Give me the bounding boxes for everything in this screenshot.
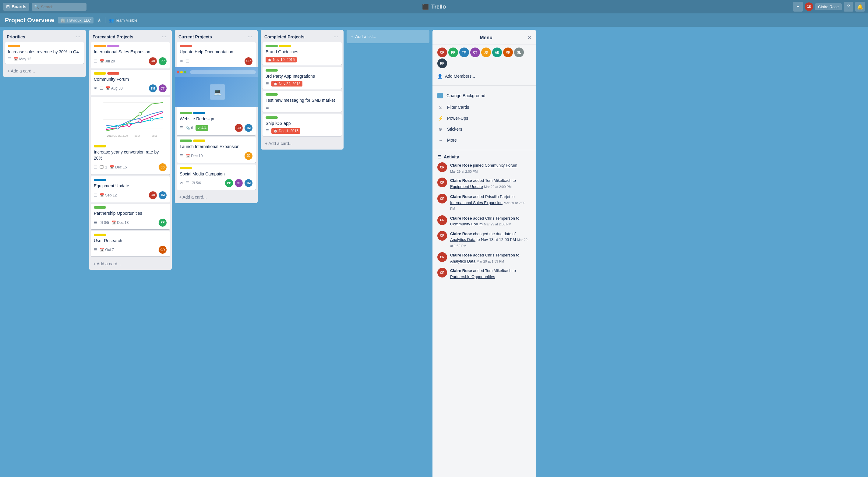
list-current-menu-button[interactable]: ···: [246, 33, 254, 40]
card-equipment-update[interactable]: Equipment Update ☰ 📅 Sep 12 CR TM: [91, 176, 170, 202]
member-avatar-7[interactable]: MK: [503, 48, 513, 57]
plus-icon: +: [797, 4, 799, 9]
list-current-title: Current Projects: [179, 34, 212, 39]
list-forecasted-cards: International Sales Expansion ☰ 📅 Jul 20…: [89, 42, 172, 258]
menu-item-more[interactable]: ··· More: [437, 135, 531, 146]
star-button[interactable]: ★: [97, 18, 101, 23]
member-avatar-3[interactable]: TM: [459, 48, 469, 57]
member-avatar-1[interactable]: CR: [437, 48, 447, 57]
card-3rd-party[interactable]: 3rd Party App Integrations ☰ ⏰ Nov 24, 2…: [262, 67, 342, 89]
activity-text: Claire Rose changed the due date of Anal…: [450, 231, 531, 249]
activity-link[interactable]: Partnership Opportunities: [450, 274, 495, 279]
member-avatar-4[interactable]: CT: [470, 48, 480, 57]
member-avatar-8[interactable]: SL: [514, 48, 524, 57]
card-list-icon: ☰: [180, 154, 183, 158]
card-labels-wrap: Increase yearly conversion rate by 20% ☰…: [91, 143, 170, 172]
board-org[interactable]: 🏢 Travidux, LLC: [58, 17, 93, 24]
member-avatar-5[interactable]: JD: [481, 48, 491, 57]
add-card-button-completed[interactable]: + Add a card...: [262, 139, 342, 148]
card-social-media[interactable]: Social Media Campaign 👁 ☰ ☑ 5/6 PP CT TM: [177, 165, 256, 190]
card-conversion-rate[interactable]: 2013,Q1 2013,Q4 2014 2015: [91, 97, 170, 175]
card-title: Increase sales revenue by 30% in Q4: [8, 49, 81, 55]
help-icon: ?: [847, 4, 850, 9]
menu-item-filter[interactable]: ⧖ Filter Cards: [437, 101, 531, 113]
card-labels: [180, 112, 253, 114]
card-labels: [180, 45, 253, 47]
menu-item-change-bg[interactable]: Change Background: [437, 90, 531, 101]
activity-link[interactable]: Analytics Data: [450, 259, 475, 264]
board-title[interactable]: Project Overview: [5, 17, 54, 24]
activity-text: Claire Rose added Tom Mikelbach to Partn…: [450, 268, 531, 279]
card-members: JD: [244, 152, 253, 160]
label-blue: [193, 112, 205, 114]
activity-link[interactable]: International Sales Expansion: [450, 201, 502, 205]
card-increase-sales[interactable]: Increase sales revenue by 30% in Q4 ☰ 📅 …: [5, 42, 84, 64]
card-title: Increase yearly conversion rate by 20%: [94, 149, 167, 161]
activity-label: Activity: [444, 154, 459, 159]
list-completed-cards: Brand Guidelines ⏰ Nov 10, 2015 3rd Part…: [261, 42, 344, 138]
member-avatar: CR: [158, 245, 167, 254]
menu-item-label: More: [447, 138, 457, 143]
add-list-button[interactable]: + Add a list...: [347, 30, 429, 43]
list-forecasted-menu-button[interactable]: ···: [160, 33, 168, 40]
label-red: [180, 45, 192, 47]
list-completed-header: Completed Projects ···: [261, 30, 344, 42]
label-green: [266, 93, 278, 96]
close-dot: [177, 71, 179, 73]
member-avatars-list: CR PP TM CT JD AB MK SL RK: [437, 48, 531, 68]
card-smb-messaging[interactable]: Test new messaging for SMB market ☰: [262, 91, 342, 112]
menu-title: Menu: [445, 35, 527, 40]
card-meta: 👁 ☰ ☑ 5/6 PP CT TM: [180, 179, 253, 187]
activity-link[interactable]: Analytics Data: [450, 237, 475, 242]
search-icon: 🔍: [34, 5, 39, 9]
boards-button[interactable]: ⊞ Boards: [3, 3, 29, 11]
member-avatar-9[interactable]: RK: [437, 58, 447, 68]
svg-point-11: [139, 120, 142, 122]
visibility-indicator[interactable]: 👥 Team Visible: [109, 18, 137, 23]
help-button[interactable]: ?: [844, 2, 854, 11]
url-bar: [190, 70, 256, 74]
add-members-button[interactable]: 👤 Add Members...: [437, 71, 531, 81]
member-avatar-6[interactable]: AB: [492, 48, 502, 57]
label-orange: [94, 45, 106, 47]
notifications-button[interactable]: 🔔: [855, 2, 865, 11]
preview-content: 💻: [204, 84, 228, 99]
add-card-button-forecasted[interactable]: + Add a card...: [91, 260, 170, 268]
menu-close-button[interactable]: ×: [527, 34, 531, 41]
card-help-docs[interactable]: Update Help Documentation 👁 ☰ CR: [177, 42, 256, 68]
list-priorities-menu-button[interactable]: ···: [74, 33, 82, 40]
list-completed-menu-button[interactable]: ···: [332, 33, 340, 40]
activity-link[interactable]: Community Forum: [450, 222, 483, 226]
card-ship-ios[interactable]: Ship iOS app ☰ ⏰ Dec 1, 2015: [262, 114, 342, 137]
menu-item-stickers[interactable]: ⊕ Stickers: [437, 124, 531, 135]
card-preview-image: 💻: [175, 67, 258, 107]
card-website-redesign[interactable]: 💻 Website Redesign ☰ 📎 6 ✓ 4/4 CR: [177, 67, 256, 136]
search-input[interactable]: [32, 3, 87, 11]
preview-device-icon: 💻: [210, 84, 225, 99]
card-partnership[interactable]: Partnership Opportunities ☰ ☑ 0/5 📅 Dec …: [91, 204, 170, 229]
activity-link[interactable]: Community Forum: [485, 163, 517, 168]
expand-dot: [184, 71, 186, 73]
add-button[interactable]: +: [793, 2, 803, 11]
list-completed: Completed Projects ··· Brand Guidelines …: [261, 30, 344, 150]
card-meta: ⏰ Nov 10, 2015: [266, 57, 339, 62]
list-priorities-cards: Increase sales revenue by 30% in Q4 ☰ 📅 …: [3, 42, 86, 65]
user-avatar[interactable]: CR: [805, 2, 813, 11]
label-green: [266, 45, 278, 47]
activity-link[interactable]: Equipment Update: [450, 184, 483, 189]
member-avatar-2[interactable]: PP: [448, 48, 458, 57]
add-card-button-priorities[interactable]: + Add a card...: [5, 67, 84, 75]
powerups-icon: ⚡: [437, 116, 443, 121]
menu-item-powerups[interactable]: ⚡ Power-Ups: [437, 113, 531, 124]
card-user-research[interactable]: User Research ☰ 📅 Oct 7 CR: [91, 231, 170, 257]
card-launch-intl[interactable]: Launch International Expansion ☰ 📅 Dec 1…: [177, 137, 256, 163]
card-list-icon: ☰: [186, 59, 189, 63]
card-intl-sales[interactable]: International Sales Expansion ☰ 📅 Jul 20…: [91, 42, 170, 68]
list-forecasted: Forecasted Projects ··· International Sa…: [89, 30, 172, 270]
menu-divider-1: [432, 85, 536, 86]
add-card-button-current[interactable]: + Add a card...: [177, 193, 256, 201]
user-menu-button[interactable]: Claire Rose: [815, 3, 842, 10]
card-title: Equipment Update: [94, 183, 167, 189]
card-brand-guidelines[interactable]: Brand Guidelines ⏰ Nov 10, 2015: [262, 42, 342, 65]
card-community-forum[interactable]: Community Forum 👁 ☰ 📅 Aug 30 TM CT: [91, 70, 170, 95]
